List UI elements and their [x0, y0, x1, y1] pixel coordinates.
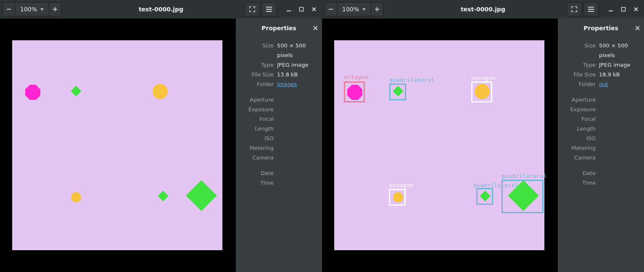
svg-rect-7 — [300, 8, 304, 11]
svg-rect-10 — [375, 9, 379, 10]
prop-key-filesize: File Size — [240, 70, 274, 79]
det-box-nonagon-1 — [471, 81, 492, 102]
zoom-in-button[interactable] — [49, 3, 61, 16]
prop-key-camera: Camera — [240, 153, 274, 162]
zoom-in-button[interactable] — [371, 3, 383, 16]
prop-key-filesize: File Size — [562, 70, 596, 79]
shape-circle-yellow-2 — [71, 192, 81, 202]
zoom-select[interactable]: 100% — [337, 3, 371, 16]
prop-key-metering: Metering — [240, 143, 274, 153]
prop-key-size: Size — [240, 41, 274, 50]
fullscreen-button[interactable] — [245, 2, 260, 16]
window-title: test-0000.jpg — [139, 6, 183, 13]
svg-rect-5 — [266, 11, 272, 12]
prop-key-camera: Camera — [562, 153, 596, 162]
prop-val-type: JPEG image — [277, 60, 318, 70]
prop-val-folder-link[interactable]: images — [277, 79, 318, 89]
chevron-down-icon — [40, 8, 44, 10]
det-box-octagon — [344, 81, 365, 102]
prop-key-focal: Focal Length — [240, 114, 274, 133]
svg-rect-4 — [266, 9, 272, 10]
prop-key-aperture: Aperture — [240, 95, 274, 105]
zoom-value: 100% — [342, 6, 359, 13]
svg-rect-6 — [287, 10, 291, 11]
prop-key-aperture: Aperture — [562, 95, 596, 105]
shape-square-green-small-1 — [71, 86, 81, 96]
det-box-quad-1 — [389, 84, 406, 100]
det-label-quad-3: quadrilateral — [501, 173, 547, 179]
svg-rect-8 — [329, 9, 333, 10]
properties-panel: Properties Size500 × 500 pixels TypeJPEG… — [558, 18, 644, 272]
fullscreen-button[interactable] — [567, 2, 582, 16]
properties-title: Properties — [583, 25, 618, 31]
shape-square-green-small-2 — [158, 191, 168, 201]
det-box-quad-2 — [476, 188, 493, 205]
shape-square-green-large — [186, 180, 217, 211]
prop-val-folder-link[interactable]: out — [599, 79, 640, 89]
prop-key-type: Type — [240, 60, 274, 70]
menu-button[interactable] — [583, 2, 599, 16]
prop-key-time: Time — [562, 178, 596, 188]
image-canvas — [12, 40, 222, 250]
zoom-out-button[interactable] — [3, 3, 15, 16]
prop-key-size: Size — [562, 41, 596, 50]
menu-button[interactable] — [261, 2, 277, 16]
zoom-control: 100% — [3, 2, 61, 16]
svg-rect-3 — [266, 7, 272, 8]
det-label-nonagon-2: nonagon — [389, 182, 413, 188]
image-canvas: octagon quadrilateral nonagon nonagon qu… — [334, 40, 544, 250]
svg-rect-2 — [53, 9, 57, 10]
prop-val-type: JPEG image — [599, 60, 640, 70]
svg-rect-12 — [588, 9, 594, 10]
det-box-quad-3 — [501, 180, 544, 213]
prop-key-folder: Folder — [562, 79, 596, 89]
prop-key-type: Type — [562, 60, 596, 70]
prop-key-iso: ISO — [562, 133, 596, 143]
det-box-nonagon-2 — [389, 189, 406, 206]
maximize-button[interactable] — [296, 4, 307, 15]
det-label-nonagon-1: nonagon — [471, 75, 496, 81]
window-title: test-0000.jpg — [461, 6, 505, 13]
maximize-button[interactable] — [618, 4, 629, 15]
prop-val-filesize: 18.9 kB — [599, 70, 640, 79]
zoom-select[interactable]: 100% — [15, 3, 49, 16]
prop-val-filesize: 13.8 kB — [277, 70, 318, 79]
shape-octagon-magenta — [25, 85, 40, 100]
svg-rect-0 — [7, 9, 11, 10]
properties-title: Properties — [261, 25, 296, 31]
zoom-value: 100% — [20, 6, 37, 13]
svg-rect-15 — [622, 8, 626, 11]
svg-rect-13 — [588, 11, 594, 12]
prop-key-date: Date — [240, 168, 274, 178]
prop-key-exposure: Exposure — [562, 105, 596, 114]
prop-key-time: Time — [240, 178, 274, 188]
prop-key-date: Date — [562, 168, 596, 178]
properties-close-button[interactable] — [635, 26, 640, 31]
prop-val-size: 500 × 500 pixels — [277, 41, 318, 60]
close-button[interactable] — [309, 4, 319, 15]
minimize-button[interactable] — [283, 4, 294, 15]
prop-key-exposure: Exposure — [240, 105, 274, 114]
chevron-down-icon — [362, 8, 366, 10]
svg-rect-11 — [588, 7, 594, 8]
zoom-out-button[interactable] — [325, 3, 337, 16]
svg-rect-14 — [609, 10, 613, 11]
prop-key-metering: Metering — [562, 143, 596, 153]
det-label-quad-1: quadrilateral — [389, 77, 435, 83]
properties-panel: Properties Size500 × 500 pixels TypeJPEG… — [236, 18, 322, 272]
close-button[interactable] — [631, 4, 641, 15]
properties-close-button[interactable] — [313, 26, 318, 31]
toolbar: 100% test-0000.jpg — [322, 0, 644, 18]
prop-key-focal: Focal Length — [562, 114, 596, 133]
prop-key-iso: ISO — [240, 133, 274, 143]
prop-val-size: 500 × 500 pixels — [599, 41, 640, 60]
toolbar: 100% test-0000.jpg — [0, 0, 322, 18]
zoom-control: 100% — [325, 2, 383, 16]
shape-circle-yellow-1 — [153, 84, 168, 99]
minimize-button[interactable] — [605, 4, 616, 15]
prop-key-folder: Folder — [240, 79, 274, 89]
det-label-octagon: octagon — [344, 74, 368, 80]
